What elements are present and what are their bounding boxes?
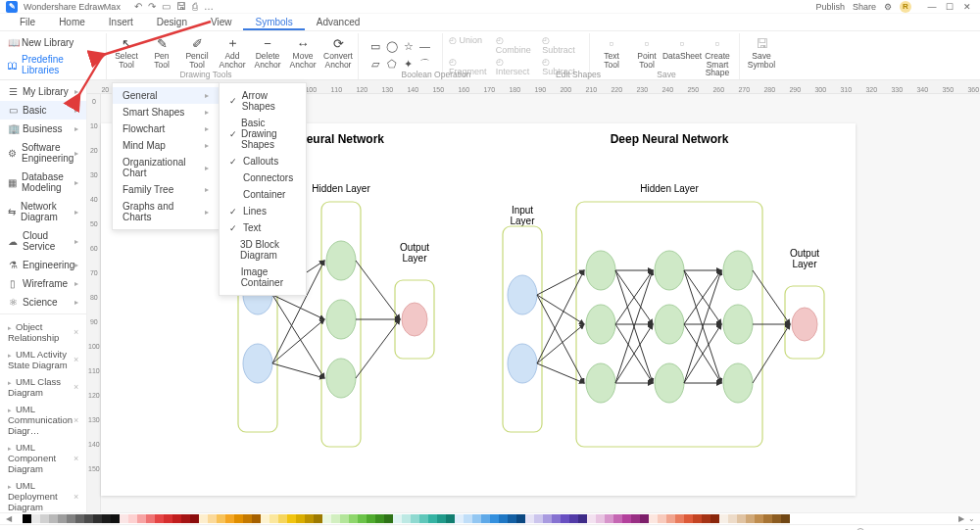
remove-set-icon[interactable]: × <box>74 454 78 463</box>
color-swatch[interactable] <box>499 514 508 523</box>
color-swatch[interactable] <box>755 514 763 523</box>
menu-file[interactable]: File <box>8 14 47 30</box>
maximize-button[interactable]: ☐ <box>943 2 956 12</box>
color-swatch[interactable] <box>128 514 137 523</box>
undo-icon[interactable]: ↶ <box>134 1 142 12</box>
color-swatch[interactable] <box>172 514 181 523</box>
color-swatch[interactable] <box>331 514 340 523</box>
category-wireframe[interactable]: ▯Wireframe▸ <box>0 274 86 293</box>
submenu2-connectors[interactable]: Connectors <box>220 169 306 186</box>
color-swatch[interactable] <box>702 514 710 523</box>
color-swatch[interactable] <box>84 514 93 523</box>
color-swatch[interactable] <box>314 514 322 523</box>
color-swatch[interactable] <box>490 514 499 523</box>
basic-submenu[interactable]: General▸Smart Shapes▸Flowchart▸Mind Map▸… <box>112 82 220 230</box>
new-library-button[interactable]: 📖 New Library <box>4 35 106 50</box>
color-swatch[interactable] <box>596 514 605 523</box>
submenu2-image-container[interactable]: Image Container <box>220 264 306 291</box>
color-swatch[interactable] <box>340 514 349 523</box>
color-swatch[interactable] <box>552 514 561 523</box>
color-swatch[interactable] <box>14 514 23 523</box>
color-swatch[interactable] <box>561 514 569 523</box>
shape-primitive[interactable]: ⬠ <box>387 57 398 71</box>
color-swatch[interactable] <box>305 514 314 523</box>
color-swatch[interactable] <box>278 514 287 523</box>
category-basic[interactable]: ▭Basic▸ <box>0 101 86 120</box>
share-button[interactable]: Share <box>853 2 876 12</box>
minimize-button[interactable]: — <box>925 2 939 12</box>
color-swatch[interactable] <box>225 514 234 523</box>
color-swatch[interactable] <box>516 514 525 523</box>
color-swatch[interactable] <box>693 514 702 523</box>
color-swatch[interactable] <box>508 514 516 523</box>
tool-select-tool[interactable]: ↖SelectTool <box>111 35 142 69</box>
color-swatch[interactable] <box>164 514 172 523</box>
color-swatch[interactable] <box>446 514 455 523</box>
color-swatch[interactable] <box>719 514 728 523</box>
menu-symbols[interactable]: Symbols <box>243 14 304 30</box>
submenu-family-tree[interactable]: Family Tree▸ <box>113 181 219 198</box>
color-swatch[interactable] <box>375 514 384 523</box>
color-swatch[interactable] <box>111 514 120 523</box>
color-swatch[interactable] <box>287 514 296 523</box>
color-swatch[interactable] <box>402 514 411 523</box>
color-swatch[interactable] <box>464 514 472 523</box>
color-swatch[interactable] <box>322 514 331 523</box>
shape-set-item[interactable]: ▸UML Communication Diagr…× <box>0 401 86 439</box>
color-swatch[interactable] <box>234 514 243 523</box>
category-software-engineering[interactable]: ⚙Software Engineering▸ <box>0 138 86 168</box>
menu-design[interactable]: Design <box>145 14 199 30</box>
submenu-general[interactable]: General▸ <box>113 87 219 104</box>
color-swatch[interactable] <box>728 514 737 523</box>
shape-set-item[interactable]: ▸Object Relationship× <box>0 318 86 346</box>
color-swatch[interactable] <box>631 514 640 523</box>
tool-pencil-tool[interactable]: ✐PencilTool <box>181 35 213 69</box>
submenu2-container[interactable]: Container <box>220 186 306 203</box>
color-swatch[interactable] <box>675 514 684 523</box>
color-swatch[interactable] <box>358 514 367 523</box>
tool-convert-anchor[interactable]: ⟳ConvertAnchor <box>322 35 354 69</box>
shape-set-item[interactable]: ▸UML Deployment Diagram× <box>0 477 86 512</box>
color-swatch[interactable] <box>543 514 552 523</box>
category-engineering[interactable]: ⚗Engineering▸ <box>0 256 86 274</box>
color-swatch[interactable] <box>666 514 675 523</box>
submenu-graphs-and-charts[interactable]: Graphs and Charts▸ <box>113 198 219 225</box>
color-swatch[interactable] <box>67 514 75 523</box>
color-swatch[interactable] <box>75 514 84 523</box>
shape-primitive[interactable]: ▭ <box>370 39 380 53</box>
category-my-library[interactable]: ☰My Library▸ <box>0 82 86 101</box>
shape-primitive[interactable]: ▱ <box>370 57 381 71</box>
color-swatch[interactable] <box>252 514 261 523</box>
category-cloud-service[interactable]: ☁Cloud Service▸ <box>0 226 86 256</box>
remove-set-icon[interactable]: × <box>74 382 78 392</box>
color-swatch[interactable] <box>411 514 419 523</box>
shape-primitive[interactable]: ⌒ <box>419 57 430 71</box>
color-swatch[interactable] <box>684 514 693 523</box>
open-icon[interactable]: ▭ <box>162 1 171 12</box>
color-swatch[interactable] <box>710 514 719 523</box>
color-swatch[interactable] <box>243 514 252 523</box>
menu-home[interactable]: Home <box>47 14 97 30</box>
close-button[interactable]: ✕ <box>960 2 974 12</box>
color-swatch[interactable] <box>481 514 490 523</box>
color-swatch[interactable] <box>23 514 31 523</box>
category-science[interactable]: ⚛Science▸ <box>0 293 86 312</box>
color-swatch[interactable] <box>367 514 375 523</box>
tool-pen-tool[interactable]: ✎PenTool <box>146 35 177 69</box>
color-swatch[interactable] <box>137 514 146 523</box>
submenu2-3d-block-diagram[interactable]: 3D Block Diagram <box>220 236 306 264</box>
color-swatch[interactable] <box>763 514 772 523</box>
color-swatch[interactable] <box>746 514 755 523</box>
category-database-modeling[interactable]: ▦Database Modeling▸ <box>0 168 86 197</box>
submenu-organizational-chart[interactable]: Organizational Chart▸ <box>113 154 219 181</box>
shape-primitive[interactable]: — <box>419 39 430 53</box>
color-swatch[interactable] <box>190 514 199 523</box>
submenu-smart-shapes[interactable]: Smart Shapes▸ <box>113 104 219 120</box>
color-swatch[interactable] <box>58 514 67 523</box>
submenu2-callouts[interactable]: ✓Callouts <box>220 153 306 169</box>
color-swatch[interactable] <box>270 514 278 523</box>
color-swatch[interactable] <box>613 514 622 523</box>
tool-add-anchor[interactable]: ＋AddAnchor <box>217 35 248 69</box>
remove-set-icon[interactable]: × <box>74 355 78 364</box>
color-swatch[interactable] <box>534 514 543 523</box>
